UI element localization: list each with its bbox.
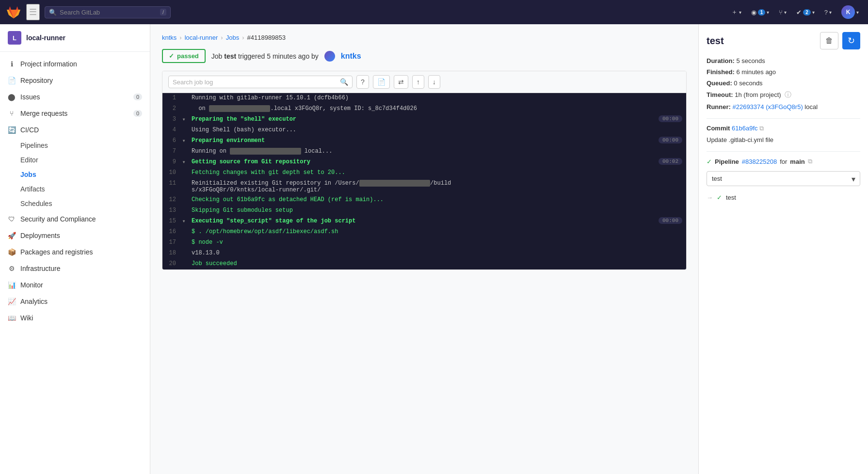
avatar: K [841, 5, 855, 19]
breadcrumb: kntks › local-runner › Jobs › #411898985… [162, 34, 687, 41]
scroll-top-icon: ↑ [417, 78, 420, 86]
sidebar-item-wiki[interactable]: 📖 Wiki [0, 310, 150, 326]
sidebar-item-schedules[interactable]: Schedules [20, 196, 150, 211]
log-line: 13 Skipping Git submodules setup [162, 205, 686, 216]
sidebar-item-security[interactable]: 🛡 Security and Compliance [0, 211, 150, 227]
breadcrumb-local-runner[interactable]: local-runner [185, 34, 218, 41]
log-text: Job succeeded [188, 259, 686, 269]
timeout-help-icon[interactable]: ⓘ [785, 91, 791, 98]
log-line-number: 16 [162, 227, 180, 237]
log-line-number: 12 [162, 195, 180, 205]
gitlab-logo[interactable] [6, 4, 21, 20]
breadcrumb-kntks[interactable]: kntks [162, 34, 177, 41]
sidebar-item-project-information[interactable]: ℹ Project information [0, 56, 150, 72]
job-status-check-icon: ✓ [717, 194, 722, 201]
help-button[interactable]: ? ▾ [821, 6, 835, 18]
copy-commit-button[interactable]: ⧉ [759, 125, 764, 132]
issues-sidebar-badge: 0 [133, 94, 142, 100]
issues-button[interactable]: ◉ 1 ▾ [748, 6, 773, 18]
log-container: 🔍 ? 📄 ⇄ ↑ ↓ [162, 71, 687, 270]
runner-label: Runner: [707, 103, 731, 111]
user-avatar [324, 51, 335, 62]
log-help-button[interactable]: ? [356, 75, 369, 89]
commit-label: Commit [707, 125, 730, 132]
log-line-number: 20 [162, 259, 180, 269]
sidebar-item-editor[interactable]: Editor [20, 153, 150, 167]
repository-icon: 📄 [8, 77, 16, 84]
runner-link[interactable]: #22693374 (x3FGoQ8r5) [732, 103, 803, 111]
log-body: 1 Running with gitlab-runner 15.10.1 (dc… [162, 93, 686, 269]
log-toggle[interactable]: ▾ [180, 136, 188, 146]
sidebar-nav: ℹ Project information 📄 Repository ⬤ Iss… [0, 52, 150, 330]
retry-icon: ↻ [848, 35, 855, 46]
log-wrap-button[interactable]: ⇄ [394, 75, 408, 89]
log-line-number: 11 [162, 178, 180, 188]
log-line-number: 1 [162, 93, 180, 103]
divider-1 [707, 118, 860, 119]
log-raw-button[interactable]: 📄 [373, 75, 390, 89]
log-search-input[interactable] [173, 79, 340, 86]
pipeline-link[interactable]: #838225208 [742, 158, 777, 165]
log-toggle[interactable]: ▾ [180, 114, 188, 125]
deployments-icon: 🚀 [8, 232, 16, 239]
sidebar-item-pipelines[interactable]: Pipelines [20, 138, 150, 153]
issues-icon: ⬤ [8, 93, 16, 101]
sidebar-item-packages[interactable]: 📦 Packages and registries [0, 244, 150, 260]
status-badge: ✓ passed [162, 49, 206, 63]
log-search-box[interactable]: 🔍 [168, 76, 353, 88]
log-line: 6▾Preparing environment00:00 [162, 136, 686, 146]
sidebar-item-label: Repository [20, 77, 53, 84]
sidebar-item-merge-requests[interactable]: ⑂ Merge requests 0 [0, 105, 150, 122]
user-menu-button[interactable]: K ▾ [838, 3, 862, 21]
search-icon: 🔍 [340, 78, 348, 86]
sidebar-item-jobs[interactable]: Jobs [20, 167, 150, 182]
sidebar-header[interactable]: L local-runner [0, 24, 150, 52]
todos-button[interactable]: ✔ 2 ▾ [793, 6, 818, 18]
sidebar-item-repository[interactable]: 📄 Repository [0, 72, 150, 89]
todo-icon: ✔ [796, 9, 802, 16]
job-description: Job test triggered 5 minutes ago by [211, 52, 319, 60]
sidebar-item-label: Deployments [20, 232, 60, 239]
job-stage-select[interactable]: test [707, 171, 860, 186]
sidebar-item-issues[interactable]: ⬤ Issues 0 [0, 89, 150, 105]
arrow-icon: → [707, 194, 713, 201]
sidebar: L local-runner ℹ Project information 📄 R… [0, 24, 150, 474]
log-scroll-top-button[interactable]: ↑ [412, 75, 424, 89]
global-search-box[interactable]: 🔍 / [45, 6, 171, 18]
sidebar-item-infrastructure[interactable]: ⚙ Infrastructure [0, 260, 150, 277]
log-line-number: 18 [162, 248, 180, 258]
log-line: 11 Reinitialized existing Git repository… [162, 178, 686, 195]
sidebar-item-label: Wiki [20, 314, 33, 322]
wrap-icon: ⇄ [398, 78, 404, 86]
log-toggle[interactable]: ▾ [180, 157, 188, 167]
log-toggle [180, 248, 188, 251]
sidebar-item-cicd[interactable]: 🔄 CI/CD [0, 122, 150, 138]
trash-icon: 🗑 [825, 36, 833, 45]
sidebar-item-artifacts[interactable]: Artifacts [20, 182, 150, 196]
log-toggle[interactable]: ▾ [180, 216, 188, 226]
global-search-input[interactable] [60, 9, 157, 16]
log-timestamp: 00:00 [659, 217, 682, 224]
log-line: 18 v18.13.0 [162, 248, 686, 259]
breadcrumb-sep: › [179, 34, 181, 41]
log-text: Executing "step_script" stage of the job… [188, 216, 659, 226]
search-icon: 🔍 [49, 9, 57, 16]
breadcrumb-jobs[interactable]: Jobs [226, 34, 239, 41]
create-button[interactable]: ＋ ▾ [728, 5, 745, 19]
delete-button[interactable]: 🗑 [820, 32, 838, 49]
duration-label: Duration: [707, 57, 735, 64]
sidebar-item-analytics[interactable]: 📈 Analytics [0, 293, 150, 310]
user-link[interactable]: kntks [341, 52, 361, 61]
hamburger-button[interactable]: ☰ [26, 4, 40, 20]
sidebar-item-monitor[interactable]: 📊 Monitor [0, 277, 150, 293]
log-line-number: 4 [162, 125, 180, 135]
retry-button[interactable]: ↻ [842, 32, 860, 49]
log-scroll-bottom-button[interactable]: ↓ [428, 75, 440, 89]
merge-requests-button[interactable]: ⑂ ▾ [775, 6, 790, 18]
queued-label: Queued: [707, 79, 732, 87]
copy-pipeline-button[interactable]: ⧉ [808, 158, 812, 165]
commit-link[interactable]: 61b6a9fc [732, 125, 758, 132]
sidebar-item-deployments[interactable]: 🚀 Deployments [0, 227, 150, 244]
sidebar-cicd-submenu: Pipelines Editor Jobs Artifacts Schedule… [0, 138, 150, 211]
raw-log-icon: 📄 [377, 78, 386, 86]
